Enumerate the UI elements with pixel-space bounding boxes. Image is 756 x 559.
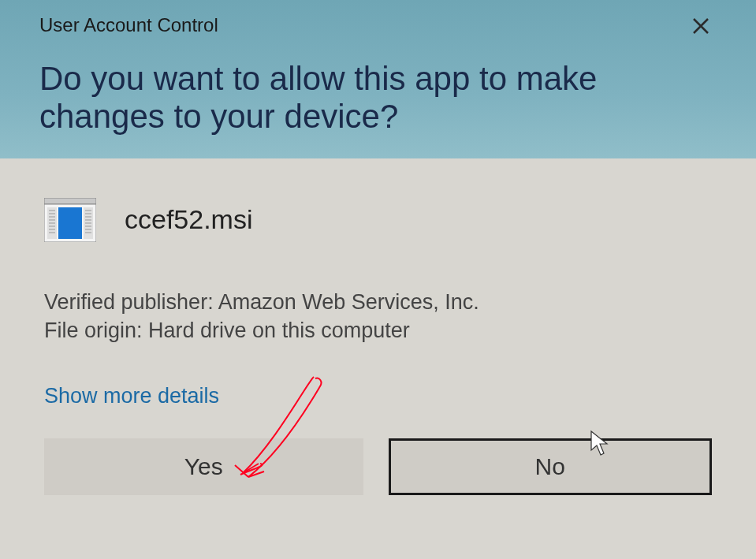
app-info-row: ccef52.msi	[44, 198, 712, 242]
app-name: ccef52.msi	[125, 204, 253, 235]
app-metadata: Verified publisher: Amazon Web Services,…	[44, 288, 712, 345]
yes-button[interactable]: Yes	[44, 438, 363, 495]
origin-value: Hard drive on this computer	[148, 319, 410, 342]
publisher-value: Amazon Web Services, Inc.	[218, 290, 479, 314]
dialog-header: User Account Control Do you want to allo…	[0, 0, 756, 158]
show-more-details-link[interactable]: Show more details	[44, 384, 712, 408]
close-icon[interactable]	[685, 14, 717, 39]
publisher-line: Verified publisher: Amazon Web Services,…	[44, 288, 712, 316]
installer-icon	[44, 198, 96, 242]
no-button[interactable]: No	[389, 438, 713, 495]
title-row: User Account Control	[39, 14, 717, 39]
dialog-title: User Account Control	[39, 14, 218, 36]
origin-line: File origin: Hard drive on this computer	[44, 316, 712, 345]
button-row: Yes No	[44, 438, 712, 519]
publisher-label: Verified publisher:	[44, 290, 218, 314]
dialog-body: ccef52.msi Verified publisher: Amazon We…	[0, 158, 756, 559]
origin-label: File origin:	[44, 319, 148, 342]
svg-rect-2	[44, 198, 96, 204]
uac-dialog: User Account Control Do you want to allo…	[0, 0, 756, 559]
dialog-question: Do you want to allow this app to make ch…	[39, 60, 717, 136]
svg-rect-13	[58, 207, 82, 239]
